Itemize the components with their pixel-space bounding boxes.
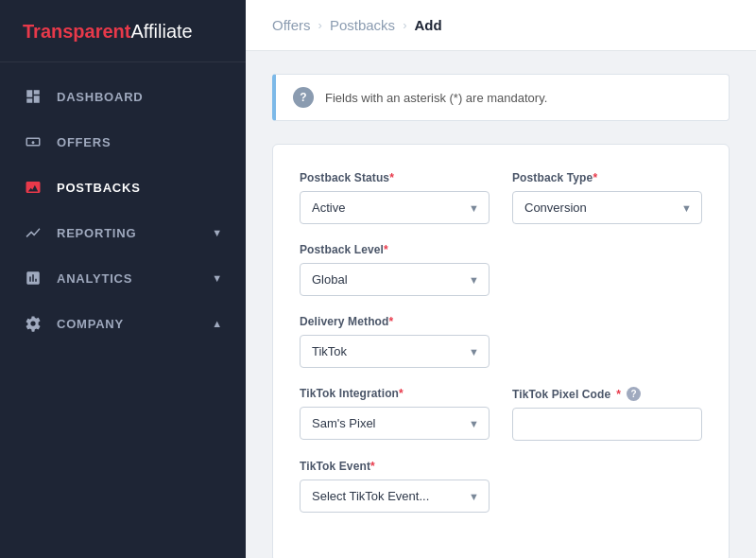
offers-icon (23, 131, 43, 152)
sidebar-item-company-label: Company (57, 317, 124, 331)
info-banner: ? Fields with an asterisk (*) are mandat… (272, 74, 730, 121)
form-row-delivery: Delivery Method* TikTok HTTP GET HTTP PO… (300, 315, 702, 368)
postback-level-label: Postback Level* (300, 243, 490, 256)
form-card: Postback Status* Active Inactive ▼ Postb… (272, 144, 730, 558)
sidebar-item-analytics-label: Analytics (57, 271, 132, 286)
info-banner-text: Fields with an asterisk (*) are mandator… (325, 91, 547, 105)
tiktok-pixel-code-label: TikTok Pixel Code* ? (512, 387, 702, 401)
tiktok-event-group: TikTok Event* Select TikTok Event... ▼ (300, 460, 490, 513)
form-row-tiktok: TikTok Integration* Sam's Pixel ▼ TikTok… (300, 387, 702, 441)
postback-type-wrapper: Conversion Impression Click ▼ (512, 191, 702, 224)
tiktok-pixel-code-input[interactable] (512, 408, 702, 441)
breadcrumb-sep-2: › (403, 18, 406, 32)
tiktok-integration-label: TikTok Integration* (300, 387, 490, 400)
sidebar-item-dashboard-label: Dashboard (57, 90, 144, 104)
postback-status-label: Postback Status* (300, 171, 490, 184)
sidebar-nav: Dashboard Offers Postbacks (0, 62, 246, 558)
form-row-level: Postback Level* Global Offer Affiliate ▼ (300, 243, 702, 296)
breadcrumb-postbacks[interactable]: Postbacks (330, 17, 395, 33)
sidebar-item-offers[interactable]: Offers (0, 119, 246, 165)
breadcrumb-offers[interactable]: Offers (272, 17, 311, 33)
tiktok-event-wrapper: Select TikTok Event... ▼ (300, 480, 490, 513)
tiktok-integration-select[interactable]: Sam's Pixel (300, 407, 490, 440)
tiktok-pixel-help-icon[interactable]: ? (627, 387, 641, 401)
company-chevron-icon: ▲ (212, 318, 223, 329)
topbar: Offers › Postbacks › Add (246, 0, 756, 51)
tiktok-event-select[interactable]: Select TikTok Event... (300, 480, 490, 513)
sidebar-item-analytics[interactable]: Analytics ▼ (0, 255, 246, 301)
tiktok-integration-group: TikTok Integration* Sam's Pixel ▼ (300, 387, 490, 441)
postback-level-group: Postback Level* Global Offer Affiliate ▼ (300, 243, 490, 296)
app-logo: TransparentAffiliate (0, 0, 246, 62)
sidebar: TransparentAffiliate Dashboard Offers (0, 0, 246, 558)
sidebar-item-postbacks[interactable]: Postbacks (0, 165, 246, 210)
delivery-method-label: Delivery Method* (300, 315, 490, 328)
tiktok-event-label: TikTok Event* (300, 460, 490, 473)
sidebar-item-company[interactable]: Company ▲ (0, 301, 246, 346)
tiktok-pixel-code-group: TikTok Pixel Code* ? (512, 387, 702, 441)
postback-status-group: Postback Status* Active Inactive ▼ (300, 171, 490, 224)
sidebar-item-reporting[interactable]: Reporting ▼ (0, 210, 246, 255)
sidebar-item-offers-label: Offers (57, 135, 111, 149)
breadcrumb-sep-1: › (318, 18, 322, 32)
delivery-method-wrapper: TikTok HTTP GET HTTP POST ▼ (300, 335, 490, 368)
postback-type-label: Postback Type* (512, 171, 702, 184)
sidebar-item-reporting-label: Reporting (57, 226, 136, 240)
postback-status-select[interactable]: Active Inactive (300, 191, 490, 224)
reporting-chevron-icon: ▼ (212, 227, 223, 238)
sidebar-item-postbacks-label: Postbacks (57, 181, 141, 195)
form-row-status-type: Postback Status* Active Inactive ▼ Postb… (300, 171, 702, 224)
logo-suffix: Affiliate (130, 21, 192, 42)
reporting-icon (23, 222, 43, 243)
breadcrumb-current: Add (414, 17, 441, 33)
analytics-chevron-icon: ▼ (212, 272, 223, 284)
delivery-method-select[interactable]: TikTok HTTP GET HTTP POST (300, 335, 490, 368)
dashboard-icon (23, 86, 43, 107)
info-icon: ? (293, 87, 314, 108)
form-area: ? Fields with an asterisk (*) are mandat… (246, 51, 756, 558)
sidebar-item-dashboard[interactable]: Dashboard (0, 74, 246, 119)
form-row-tiktok-event: TikTok Event* Select TikTok Event... ▼ (300, 460, 702, 513)
main-content: Offers › Postbacks › Add ? Fields with a… (246, 0, 756, 558)
delivery-method-group: Delivery Method* TikTok HTTP GET HTTP PO… (300, 315, 490, 368)
logo-brand: Transparent (23, 21, 130, 42)
postback-level-select[interactable]: Global Offer Affiliate (300, 263, 490, 296)
analytics-icon (23, 268, 43, 288)
breadcrumb: Offers › Postbacks › Add (272, 17, 442, 33)
postback-status-wrapper: Active Inactive ▼ (300, 191, 490, 224)
postback-type-group: Postback Type* Conversion Impression Cli… (512, 171, 702, 224)
postbacks-icon (23, 177, 43, 198)
tiktok-integration-wrapper: Sam's Pixel ▼ (300, 407, 490, 440)
company-icon (23, 313, 43, 334)
postback-type-select[interactable]: Conversion Impression Click (512, 191, 702, 224)
postback-level-wrapper: Global Offer Affiliate ▼ (300, 263, 490, 296)
